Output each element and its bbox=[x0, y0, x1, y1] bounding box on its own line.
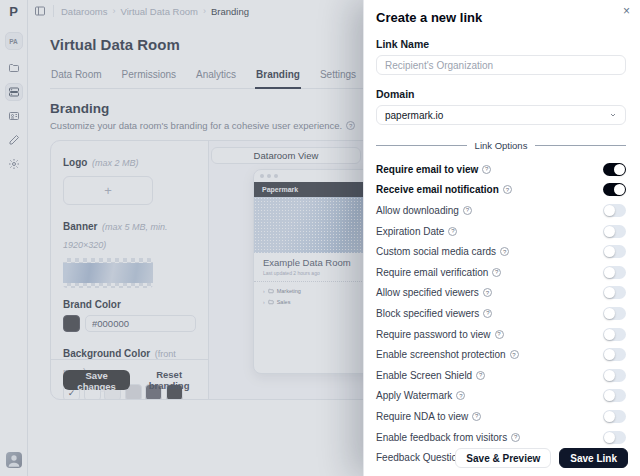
link-option-row: Allow downloading? bbox=[376, 200, 626, 221]
chevron-right-icon: › bbox=[263, 299, 265, 305]
breadcrumb-item[interactable]: Datarooms bbox=[61, 6, 107, 17]
help-icon[interactable]: ? bbox=[346, 121, 355, 130]
tab-settings[interactable]: Settings bbox=[319, 65, 357, 88]
help-icon[interactable]: ? bbox=[500, 247, 509, 256]
link-option-row: Enable feedback from visitors? bbox=[376, 427, 626, 448]
breadcrumb: Datarooms›Virtual Data Room›Branding bbox=[61, 6, 249, 17]
create-link-modal: × Create a new link Link Name Domain pap… bbox=[363, 0, 640, 476]
link-option-toggle[interactable] bbox=[603, 369, 626, 382]
link-option-toggle[interactable] bbox=[603, 348, 626, 361]
link-option-label: Require email verification bbox=[376, 267, 488, 278]
link-option-row: Enable screenshot protection? bbox=[376, 344, 626, 365]
preview-tree-item[interactable]: ›Sales bbox=[263, 299, 368, 305]
sidebar-toggle-icon[interactable] bbox=[34, 5, 46, 17]
help-icon[interactable]: ? bbox=[510, 350, 519, 359]
help-icon[interactable]: ? bbox=[463, 206, 472, 215]
sidebar: P PA bbox=[0, 0, 28, 476]
link-option-label: Apply Watermark bbox=[376, 390, 452, 401]
link-name-label: Link Name bbox=[376, 38, 626, 50]
tab-permissions[interactable]: Permissions bbox=[121, 65, 177, 88]
link-option-row: Apply Watermark? bbox=[376, 386, 626, 407]
topbar-divider bbox=[53, 5, 54, 17]
link-option-toggle[interactable] bbox=[603, 328, 626, 341]
breadcrumb-item[interactable]: Virtual Data Room bbox=[120, 6, 197, 17]
link-option-label: Enable feedback from visitors bbox=[376, 432, 507, 443]
folder-icon[interactable] bbox=[5, 59, 23, 77]
team-avatar-badge[interactable]: PA bbox=[5, 32, 23, 50]
link-option-row: Expiration Date? bbox=[376, 221, 626, 242]
link-option-toggle[interactable] bbox=[603, 266, 626, 279]
save-preview-button[interactable]: Save & Preview bbox=[455, 448, 551, 468]
plus-icon: + bbox=[104, 183, 112, 198]
link-option-toggle[interactable] bbox=[603, 389, 626, 402]
help-icon[interactable]: ? bbox=[483, 288, 492, 297]
link-option-toggle[interactable] bbox=[603, 431, 626, 444]
save-link-button[interactable]: Save Link bbox=[559, 448, 628, 468]
help-icon[interactable]: ? bbox=[456, 391, 465, 400]
link-option-label: Allow specified viewers bbox=[376, 287, 479, 298]
help-icon[interactable]: ? bbox=[483, 309, 492, 318]
link-option-label: Enable screenshot protection bbox=[376, 349, 506, 360]
id-card-icon[interactable] bbox=[5, 107, 23, 125]
close-icon[interactable]: × bbox=[623, 5, 630, 17]
dataroom-view-tab[interactable]: Dataroom View bbox=[211, 147, 361, 164]
help-icon[interactable]: ? bbox=[492, 268, 501, 277]
folder-icon bbox=[268, 299, 274, 305]
papermark-logo[interactable]: P bbox=[9, 4, 18, 19]
link-option-toggle[interactable] bbox=[603, 204, 626, 217]
link-option-label: Require password to view bbox=[376, 329, 491, 340]
help-icon[interactable]: ? bbox=[482, 165, 491, 174]
help-icon[interactable]: ? bbox=[472, 412, 481, 421]
breadcrumb-item[interactable]: Branding bbox=[211, 6, 249, 17]
modal-title: Create a new link bbox=[376, 10, 626, 25]
link-option-toggle[interactable] bbox=[603, 225, 626, 238]
help-icon[interactable]: ? bbox=[503, 185, 512, 194]
link-option-row: Custom social media cards? bbox=[376, 241, 626, 262]
brand-color-label: Brand Color bbox=[63, 299, 196, 310]
link-option-row: Require password to view? bbox=[376, 324, 626, 345]
link-option-label: Custom social media cards bbox=[376, 246, 496, 257]
banner-upload-box[interactable] bbox=[63, 258, 153, 288]
help-icon[interactable]: ? bbox=[476, 371, 485, 380]
tab-branding[interactable]: Branding bbox=[255, 65, 301, 89]
server-icon[interactable] bbox=[5, 83, 23, 101]
link-name-input[interactable] bbox=[376, 55, 626, 75]
link-option-toggle[interactable] bbox=[603, 183, 626, 196]
link-option-toggle[interactable] bbox=[603, 286, 626, 299]
help-icon[interactable]: ? bbox=[495, 330, 504, 339]
link-option-toggle[interactable] bbox=[603, 163, 626, 176]
brand-color-input[interactable] bbox=[85, 315, 196, 332]
modal-footer: Save & Preview Save Link bbox=[455, 448, 628, 468]
link-options-label: Link Options bbox=[475, 140, 528, 151]
link-option-row: Enable Screen Shield? bbox=[376, 365, 626, 386]
tab-data-room[interactable]: Data Room bbox=[50, 65, 103, 88]
link-options-divider: Link Options bbox=[376, 140, 626, 151]
link-option-row: Block specified viewers? bbox=[376, 303, 626, 324]
breadcrumb-separator: › bbox=[112, 6, 115, 16]
user-avatar[interactable] bbox=[6, 452, 22, 468]
settings-gear-icon[interactable] bbox=[5, 155, 23, 173]
link-option-label: Receive email notification bbox=[376, 184, 499, 195]
link-option-toggle[interactable] bbox=[603, 410, 626, 423]
link-option-label: Enable Screen Shield bbox=[376, 370, 472, 381]
link-option-row: Require email to view? bbox=[376, 159, 626, 180]
domain-label: Domain bbox=[376, 88, 626, 100]
link-option-label: Expiration Date bbox=[376, 226, 444, 237]
chevron-down-icon bbox=[609, 111, 617, 119]
tab-analytics[interactable]: Analytics bbox=[195, 65, 237, 88]
banner-image bbox=[63, 263, 153, 283]
preview-tree-item[interactable]: ›Marketing bbox=[263, 288, 368, 294]
pencil-icon[interactable] bbox=[5, 131, 23, 149]
help-icon[interactable]: ? bbox=[448, 227, 457, 236]
brand-color-swatch[interactable] bbox=[63, 315, 80, 332]
save-changes-button[interactable]: Save changes bbox=[63, 370, 130, 390]
link-option-label: Require email to view bbox=[376, 164, 478, 175]
link-option-toggle[interactable] bbox=[603, 245, 626, 258]
link-option-toggle[interactable] bbox=[603, 307, 626, 320]
logo-upload-box[interactable]: + bbox=[63, 176, 153, 205]
reset-branding-button[interactable]: Reset branding bbox=[142, 369, 196, 391]
help-icon[interactable]: ? bbox=[511, 433, 520, 442]
logo-label: Logo bbox=[63, 157, 87, 168]
link-option-label: Allow downloading bbox=[376, 205, 459, 216]
domain-select[interactable]: papermark.io bbox=[376, 105, 626, 125]
